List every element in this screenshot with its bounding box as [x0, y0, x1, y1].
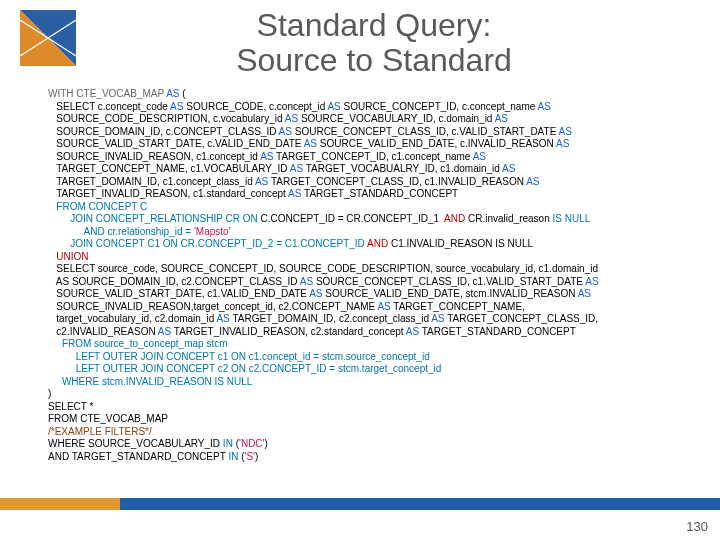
sql-code-block: WITH CTE_VOCAB_MAP AS ( SELECT c.concept… [48, 88, 720, 463]
title-line-2: Source to Standard [88, 43, 660, 78]
footer-accent [0, 498, 120, 510]
slide: { "title": {"line1": "Standard Query:", … [0, 0, 720, 540]
slide-header: Standard Query: Source to Standard [0, 0, 720, 78]
title-block: Standard Query: Source to Standard [88, 8, 720, 78]
page-number: 130 [686, 519, 708, 534]
logo-icon [20, 10, 76, 66]
title-line-1: Standard Query: [88, 8, 660, 43]
